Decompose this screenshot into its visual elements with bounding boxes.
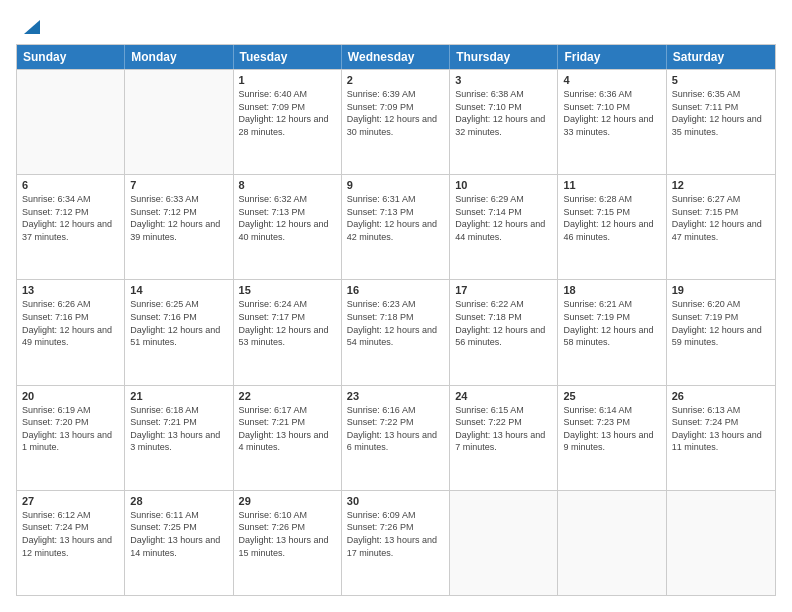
calendar-cell: 22Sunrise: 6:17 AM Sunset: 7:21 PM Dayli… xyxy=(234,386,342,490)
calendar-cell: 28Sunrise: 6:11 AM Sunset: 7:25 PM Dayli… xyxy=(125,491,233,595)
day-info: Sunrise: 6:25 AM Sunset: 7:16 PM Dayligh… xyxy=(130,298,227,348)
day-number: 15 xyxy=(239,284,336,296)
day-number: 20 xyxy=(22,390,119,402)
day-number: 12 xyxy=(672,179,770,191)
day-info: Sunrise: 6:29 AM Sunset: 7:14 PM Dayligh… xyxy=(455,193,552,243)
day-number: 19 xyxy=(672,284,770,296)
header-cell-tuesday: Tuesday xyxy=(234,45,342,69)
calendar-cell: 27Sunrise: 6:12 AM Sunset: 7:24 PM Dayli… xyxy=(17,491,125,595)
header-cell-thursday: Thursday xyxy=(450,45,558,69)
header-cell-monday: Monday xyxy=(125,45,233,69)
calendar-header: SundayMondayTuesdayWednesdayThursdayFrid… xyxy=(17,45,775,69)
calendar-cell xyxy=(450,491,558,595)
day-number: 8 xyxy=(239,179,336,191)
calendar-cell: 9Sunrise: 6:31 AM Sunset: 7:13 PM Daylig… xyxy=(342,175,450,279)
header-cell-saturday: Saturday xyxy=(667,45,775,69)
calendar-row: 1Sunrise: 6:40 AM Sunset: 7:09 PM Daylig… xyxy=(17,69,775,174)
day-number: 3 xyxy=(455,74,552,86)
day-info: Sunrise: 6:21 AM Sunset: 7:19 PM Dayligh… xyxy=(563,298,660,348)
day-info: Sunrise: 6:33 AM Sunset: 7:12 PM Dayligh… xyxy=(130,193,227,243)
calendar-cell: 15Sunrise: 6:24 AM Sunset: 7:17 PM Dayli… xyxy=(234,280,342,384)
calendar-cell: 13Sunrise: 6:26 AM Sunset: 7:16 PM Dayli… xyxy=(17,280,125,384)
calendar-cell: 29Sunrise: 6:10 AM Sunset: 7:26 PM Dayli… xyxy=(234,491,342,595)
day-info: Sunrise: 6:40 AM Sunset: 7:09 PM Dayligh… xyxy=(239,88,336,138)
day-number: 30 xyxy=(347,495,444,507)
calendar-cell xyxy=(125,70,233,174)
calendar-row: 27Sunrise: 6:12 AM Sunset: 7:24 PM Dayli… xyxy=(17,490,775,595)
day-info: Sunrise: 6:09 AM Sunset: 7:26 PM Dayligh… xyxy=(347,509,444,559)
day-number: 14 xyxy=(130,284,227,296)
calendar-cell: 4Sunrise: 6:36 AM Sunset: 7:10 PM Daylig… xyxy=(558,70,666,174)
day-number: 9 xyxy=(347,179,444,191)
day-number: 24 xyxy=(455,390,552,402)
calendar-cell: 30Sunrise: 6:09 AM Sunset: 7:26 PM Dayli… xyxy=(342,491,450,595)
day-info: Sunrise: 6:18 AM Sunset: 7:21 PM Dayligh… xyxy=(130,404,227,454)
calendar-body: 1Sunrise: 6:40 AM Sunset: 7:09 PM Daylig… xyxy=(17,69,775,595)
day-number: 10 xyxy=(455,179,552,191)
day-info: Sunrise: 6:14 AM Sunset: 7:23 PM Dayligh… xyxy=(563,404,660,454)
day-info: Sunrise: 6:26 AM Sunset: 7:16 PM Dayligh… xyxy=(22,298,119,348)
day-info: Sunrise: 6:16 AM Sunset: 7:22 PM Dayligh… xyxy=(347,404,444,454)
day-info: Sunrise: 6:28 AM Sunset: 7:15 PM Dayligh… xyxy=(563,193,660,243)
day-info: Sunrise: 6:34 AM Sunset: 7:12 PM Dayligh… xyxy=(22,193,119,243)
calendar-row: 13Sunrise: 6:26 AM Sunset: 7:16 PM Dayli… xyxy=(17,279,775,384)
calendar-cell: 16Sunrise: 6:23 AM Sunset: 7:18 PM Dayli… xyxy=(342,280,450,384)
calendar-cell: 8Sunrise: 6:32 AM Sunset: 7:13 PM Daylig… xyxy=(234,175,342,279)
day-number: 2 xyxy=(347,74,444,86)
header-cell-sunday: Sunday xyxy=(17,45,125,69)
calendar-cell: 20Sunrise: 6:19 AM Sunset: 7:20 PM Dayli… xyxy=(17,386,125,490)
calendar-cell xyxy=(17,70,125,174)
logo-icon xyxy=(18,16,40,38)
calendar-cell: 21Sunrise: 6:18 AM Sunset: 7:21 PM Dayli… xyxy=(125,386,233,490)
calendar-cell: 10Sunrise: 6:29 AM Sunset: 7:14 PM Dayli… xyxy=(450,175,558,279)
day-number: 1 xyxy=(239,74,336,86)
calendar-cell: 17Sunrise: 6:22 AM Sunset: 7:18 PM Dayli… xyxy=(450,280,558,384)
day-info: Sunrise: 6:15 AM Sunset: 7:22 PM Dayligh… xyxy=(455,404,552,454)
day-info: Sunrise: 6:19 AM Sunset: 7:20 PM Dayligh… xyxy=(22,404,119,454)
day-number: 26 xyxy=(672,390,770,402)
calendar-cell: 2Sunrise: 6:39 AM Sunset: 7:09 PM Daylig… xyxy=(342,70,450,174)
header xyxy=(16,16,776,34)
day-number: 13 xyxy=(22,284,119,296)
day-info: Sunrise: 6:12 AM Sunset: 7:24 PM Dayligh… xyxy=(22,509,119,559)
calendar-row: 20Sunrise: 6:19 AM Sunset: 7:20 PM Dayli… xyxy=(17,385,775,490)
day-info: Sunrise: 6:31 AM Sunset: 7:13 PM Dayligh… xyxy=(347,193,444,243)
calendar-cell: 5Sunrise: 6:35 AM Sunset: 7:11 PM Daylig… xyxy=(667,70,775,174)
day-number: 18 xyxy=(563,284,660,296)
day-number: 16 xyxy=(347,284,444,296)
calendar-row: 6Sunrise: 6:34 AM Sunset: 7:12 PM Daylig… xyxy=(17,174,775,279)
day-number: 4 xyxy=(563,74,660,86)
day-info: Sunrise: 6:27 AM Sunset: 7:15 PM Dayligh… xyxy=(672,193,770,243)
day-info: Sunrise: 6:13 AM Sunset: 7:24 PM Dayligh… xyxy=(672,404,770,454)
day-number: 27 xyxy=(22,495,119,507)
page: SundayMondayTuesdayWednesdayThursdayFrid… xyxy=(0,0,792,612)
day-info: Sunrise: 6:38 AM Sunset: 7:10 PM Dayligh… xyxy=(455,88,552,138)
calendar-cell xyxy=(558,491,666,595)
calendar-cell: 25Sunrise: 6:14 AM Sunset: 7:23 PM Dayli… xyxy=(558,386,666,490)
day-number: 29 xyxy=(239,495,336,507)
day-number: 7 xyxy=(130,179,227,191)
svg-marker-0 xyxy=(24,20,40,34)
day-number: 25 xyxy=(563,390,660,402)
day-info: Sunrise: 6:32 AM Sunset: 7:13 PM Dayligh… xyxy=(239,193,336,243)
day-info: Sunrise: 6:39 AM Sunset: 7:09 PM Dayligh… xyxy=(347,88,444,138)
day-number: 6 xyxy=(22,179,119,191)
day-number: 28 xyxy=(130,495,227,507)
day-info: Sunrise: 6:36 AM Sunset: 7:10 PM Dayligh… xyxy=(563,88,660,138)
day-number: 22 xyxy=(239,390,336,402)
calendar-cell: 24Sunrise: 6:15 AM Sunset: 7:22 PM Dayli… xyxy=(450,386,558,490)
header-cell-wednesday: Wednesday xyxy=(342,45,450,69)
day-info: Sunrise: 6:35 AM Sunset: 7:11 PM Dayligh… xyxy=(672,88,770,138)
calendar: SundayMondayTuesdayWednesdayThursdayFrid… xyxy=(16,44,776,596)
logo xyxy=(16,16,40,34)
day-number: 5 xyxy=(672,74,770,86)
calendar-cell: 12Sunrise: 6:27 AM Sunset: 7:15 PM Dayli… xyxy=(667,175,775,279)
calendar-cell: 18Sunrise: 6:21 AM Sunset: 7:19 PM Dayli… xyxy=(558,280,666,384)
day-info: Sunrise: 6:20 AM Sunset: 7:19 PM Dayligh… xyxy=(672,298,770,348)
calendar-cell: 11Sunrise: 6:28 AM Sunset: 7:15 PM Dayli… xyxy=(558,175,666,279)
day-info: Sunrise: 6:24 AM Sunset: 7:17 PM Dayligh… xyxy=(239,298,336,348)
day-number: 21 xyxy=(130,390,227,402)
calendar-cell xyxy=(667,491,775,595)
day-info: Sunrise: 6:22 AM Sunset: 7:18 PM Dayligh… xyxy=(455,298,552,348)
day-number: 11 xyxy=(563,179,660,191)
